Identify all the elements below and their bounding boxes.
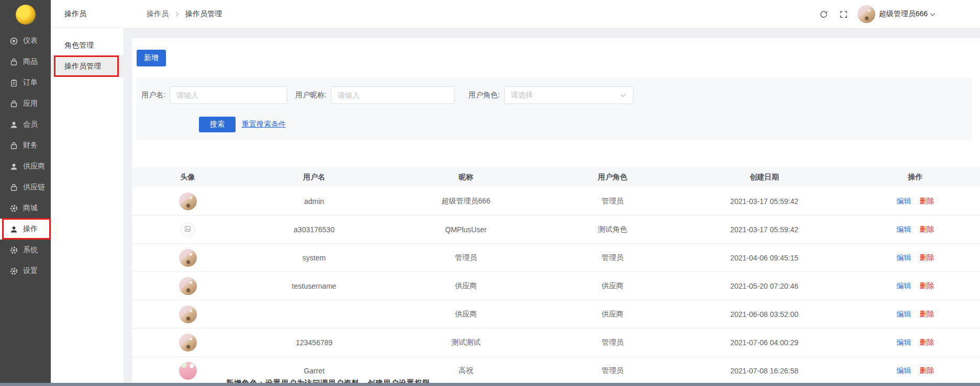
sidebar-item-mall[interactable]: 商城 xyxy=(0,198,51,219)
caret-down-icon xyxy=(929,11,936,18)
breadcrumb-item-operator-management: 操作员管理 xyxy=(185,9,222,19)
edit-link[interactable]: 编辑 xyxy=(897,197,911,205)
table-row: a303176530QMPlusUser测试角色2021-03-17 05:59… xyxy=(132,215,980,244)
refresh-icon[interactable] xyxy=(819,10,828,19)
sidebar-item-apps[interactable]: 应用 xyxy=(0,93,51,114)
sidebar-item-label: 商品 xyxy=(23,57,38,66)
delete-link[interactable]: 删除 xyxy=(920,225,934,233)
cell-created: 2021-07-06 04:00:29 xyxy=(678,338,851,347)
clipboard-icon xyxy=(9,78,18,87)
user-menu[interactable]: 超级管理员666 xyxy=(858,5,936,23)
cell-avatar xyxy=(132,305,243,323)
secondary-sidebar: 操作员 角色管理操作员管理 xyxy=(51,0,124,383)
sidebar-item-members[interactable]: 会员 xyxy=(0,114,51,135)
table-header-row: 头像用户名昵称用户角色创建日期操作 xyxy=(132,167,980,187)
edit-link[interactable]: 编辑 xyxy=(897,366,911,374)
cell-role: 管理员 xyxy=(547,338,678,347)
cell-avatar xyxy=(132,249,243,267)
row-avatar xyxy=(179,277,197,295)
gear-icon xyxy=(9,246,18,255)
user-icon xyxy=(9,120,18,129)
breadcrumb-item-operator[interactable]: 操作员 xyxy=(147,9,169,19)
cell-actions: 编辑删除 xyxy=(851,197,980,206)
cell-role: 管理员 xyxy=(547,366,678,376)
column-header-4: 创建日期 xyxy=(678,173,851,182)
cell-username: admin xyxy=(243,197,385,206)
page-content: 新增 用户名:用户昵称:用户角色:请选择 搜索 重置搜索条件 头像用户名昵称用户… xyxy=(124,29,980,383)
cell-nickname: 管理员 xyxy=(385,253,547,263)
table-row: system管理员管理员2021-04-06 09:45:15编辑删除 xyxy=(132,244,980,272)
delete-link[interactable]: 删除 xyxy=(920,253,934,262)
sidebar-item-settings[interactable]: 设置 xyxy=(0,260,51,281)
primary-sidebar: 仪表商品订单应用会员财务供应商供应链商城操作系统设置 xyxy=(0,0,51,383)
cell-nickname: 供应商 xyxy=(385,281,547,291)
search-button[interactable]: 搜索 xyxy=(199,117,236,132)
sidebar-item-label: 会员 xyxy=(23,120,38,129)
edit-link[interactable]: 编辑 xyxy=(897,338,911,346)
sidebar-item-label: 设置 xyxy=(23,266,38,276)
cell-actions: 编辑删除 xyxy=(851,281,980,291)
cell-actions: 编辑删除 xyxy=(851,310,980,319)
cell-nickname: 高祝 xyxy=(385,366,547,376)
sidebar-item-label: 仪表 xyxy=(23,36,38,46)
sidebar-item-operation[interactable]: 操作 xyxy=(0,219,51,240)
delete-link[interactable]: 删除 xyxy=(920,197,934,205)
add-button[interactable]: 新增 xyxy=(137,50,166,66)
fullscreen-icon[interactable] xyxy=(839,10,848,19)
sidebar-item-orders[interactable]: 订单 xyxy=(0,72,51,93)
cell-created: 2021-04-06 09:45:15 xyxy=(678,254,851,262)
user-icon xyxy=(9,225,18,234)
select-placeholder: 请选择 xyxy=(511,90,533,100)
sidebar-item-label: 供应商 xyxy=(23,162,45,171)
delete-link[interactable]: 删除 xyxy=(920,338,934,346)
cell-role: 供应商 xyxy=(547,281,678,291)
app-window: 仪表商品订单应用会员财务供应商供应链商城操作系统设置 操作员 角色管理操作员管理… xyxy=(0,0,980,386)
table-row: admin超级管理员666管理员2021-03-17 05:59:42编辑删除 xyxy=(132,187,980,215)
cell-created: 2021-05-20 07:20:46 xyxy=(678,282,851,290)
sidebar-item-label: 商城 xyxy=(23,203,38,213)
column-header-0: 头像 xyxy=(132,173,243,182)
search-input-1[interactable] xyxy=(331,86,455,104)
delete-link[interactable]: 删除 xyxy=(920,281,934,290)
role-select[interactable]: 请选择 xyxy=(504,86,633,104)
reset-search-link[interactable]: 重置搜索条件 xyxy=(242,120,286,129)
search-panel: 用户名:用户昵称:用户角色:请选择 搜索 重置搜索条件 xyxy=(137,78,972,140)
sidebar-item-goods[interactable]: 商品 xyxy=(0,51,51,72)
sidebar-item-supplier[interactable]: 供应商 xyxy=(0,156,51,177)
cell-nickname: 超级管理员666 xyxy=(385,197,547,206)
row-avatar xyxy=(179,249,197,267)
sidebar-item-system[interactable]: 系统 xyxy=(0,240,51,260)
edit-link[interactable]: 编辑 xyxy=(897,281,911,290)
user-name: 超级管理员666 xyxy=(879,9,928,19)
submenu-item-role-management[interactable]: 角色管理 xyxy=(51,35,124,55)
sidebar-item-label: 系统 xyxy=(23,245,38,255)
cell-nickname: 供应商 xyxy=(385,310,547,319)
sidebar-item-dashboard[interactable]: 仪表 xyxy=(0,30,51,51)
chevron-right-icon xyxy=(173,10,181,18)
gauge-icon xyxy=(9,37,18,46)
edit-link[interactable]: 编辑 xyxy=(897,225,911,233)
cell-username: Garret xyxy=(243,367,385,375)
cell-avatar xyxy=(132,222,243,236)
topbar: 操作员 操作员管理 超级管理员666 xyxy=(124,0,980,29)
cell-actions: 编辑删除 xyxy=(851,253,980,263)
sidebar-item-finance[interactable]: 财务 xyxy=(0,135,51,156)
row-avatar xyxy=(179,362,197,380)
table-body: admin超级管理员666管理员2021-03-17 05:59:42编辑删除a… xyxy=(132,187,980,383)
search-actions: 搜索 重置搜索条件 xyxy=(199,117,972,132)
app-logo xyxy=(16,5,36,25)
sidebar-item-supply-chain[interactable]: 供应链 xyxy=(0,177,51,198)
cell-actions: 编辑删除 xyxy=(851,338,980,347)
delete-link[interactable]: 删除 xyxy=(920,310,934,318)
cell-created: 2021-03-17 05:59:42 xyxy=(678,225,851,234)
edit-link[interactable]: 编辑 xyxy=(897,310,911,318)
sidebar-item-label: 财务 xyxy=(23,141,38,150)
search-input-0[interactable] xyxy=(170,86,287,104)
edit-link[interactable]: 编辑 xyxy=(897,253,911,262)
delete-link[interactable]: 删除 xyxy=(920,366,934,374)
sidebar-item-label: 应用 xyxy=(23,99,38,108)
table-row: 供应商供应商2021-06-08 03:52:00编辑删除 xyxy=(132,300,980,328)
submenu-item-operator-management[interactable]: 操作员管理 xyxy=(51,55,124,76)
cell-avatar xyxy=(132,192,243,210)
cell-created: 2021-03-17 05:59:42 xyxy=(678,197,851,206)
